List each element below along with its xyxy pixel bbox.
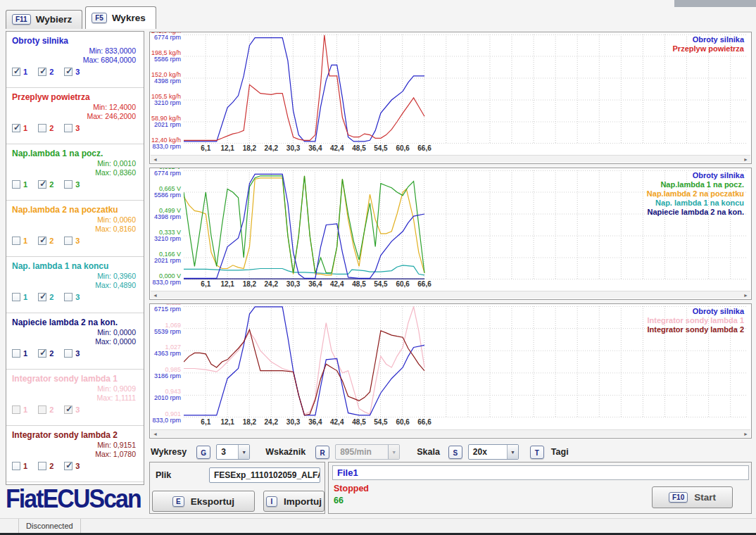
chart-hscrollbar[interactable]: ◄► xyxy=(151,291,750,298)
signal-name: Obroty silnika xyxy=(12,36,138,46)
chart-checkbox-1[interactable]: 1 xyxy=(12,68,27,76)
signal-minmax: Min: 0,0060Max: 0,8160 xyxy=(12,215,138,234)
scroll-left-icon[interactable]: ◄ xyxy=(153,156,158,163)
graphs-count-select[interactable]: 3 ▼ xyxy=(216,444,250,460)
scroll-right-icon[interactable]: ► xyxy=(743,156,748,163)
tagi-label: Tagi xyxy=(551,447,569,457)
x-axis-label: 42,4 xyxy=(325,144,349,152)
chart-hscrollbar[interactable]: ◄► xyxy=(151,429,750,437)
export-button[interactable]: E Eksportuj xyxy=(152,491,255,512)
chart-hscrollbar[interactable]: ◄► xyxy=(151,155,750,163)
scroll-right-icon[interactable]: ► xyxy=(743,291,748,299)
checkbox-icon[interactable] xyxy=(64,180,73,189)
x-axis-label: 24,2 xyxy=(259,280,283,288)
checkbox-icon[interactable] xyxy=(12,124,20,132)
signal-chart-checkboxes: 123 xyxy=(12,237,138,245)
signal-name: Nap.lambda 2 na poczatku xyxy=(12,205,138,215)
signal-minmax: Min: 0,3960Max: 0,4890 xyxy=(12,272,138,290)
checkbox-icon[interactable] xyxy=(12,180,20,189)
chart-checkbox-2[interactable]: 2 xyxy=(38,68,53,76)
chart-checkbox-1[interactable]: 1 xyxy=(12,405,27,414)
checkbox-icon[interactable] xyxy=(12,405,20,414)
s-key-icon: S xyxy=(448,446,462,459)
x-axis-label: 30,3 xyxy=(282,144,305,152)
scroll-left-icon[interactable]: ◄ xyxy=(153,291,158,299)
chart-checkbox-3[interactable]: 3 xyxy=(64,349,80,358)
checkbox-icon[interactable] xyxy=(12,349,20,358)
signal-chart-checkboxes: 123 xyxy=(12,462,138,470)
checkbox-icon[interactable] xyxy=(38,349,46,358)
import-button[interactable]: I Importuj xyxy=(263,491,325,512)
t-key-icon: T xyxy=(530,446,544,459)
file-select[interactable]: FESExp_1110102059_ALFA ▼ xyxy=(209,467,320,483)
checkbox-icon[interactable] xyxy=(38,293,46,301)
chart-plot[interactable] xyxy=(184,34,747,144)
checkbox-icon[interactable] xyxy=(12,237,20,245)
chart-checkbox-2[interactable]: 2 xyxy=(38,293,53,301)
chart-checkbox-1[interactable]: 1 xyxy=(12,349,27,358)
checkbox-icon[interactable] xyxy=(38,462,46,470)
checkbox-icon[interactable] xyxy=(38,237,46,245)
checkbox-icon[interactable] xyxy=(12,462,20,470)
chart-checkbox-1[interactable]: 1 xyxy=(12,180,27,189)
statusbar-spacer xyxy=(0,519,19,533)
chart-checkbox-3[interactable]: 3 xyxy=(64,237,80,245)
y-axis-label: 58,90 kg/h2021 rpm xyxy=(150,115,181,128)
chart-checkbox-2[interactable]: 2 xyxy=(38,124,53,132)
series-line xyxy=(184,176,424,273)
tab-wykres[interactable]: F5 Wykres xyxy=(85,6,156,29)
checkbox-icon[interactable] xyxy=(38,180,46,189)
checkbox-icon[interactable] xyxy=(64,462,73,470)
chart-checkbox-2[interactable]: 2 xyxy=(38,462,53,470)
chart-checkbox-3[interactable]: 3 xyxy=(64,180,80,189)
checkbox-icon[interactable] xyxy=(64,293,73,301)
chart-checkbox-3[interactable]: 3 xyxy=(64,68,80,76)
chart-checkbox-2[interactable]: 2 xyxy=(38,180,53,189)
wskaznik-label: Wskaźnik xyxy=(265,447,305,457)
y-axis-label: 105,5 kg/h3210 rpm xyxy=(150,94,181,106)
checkbox-icon[interactable] xyxy=(64,405,73,414)
chart-checkbox-1[interactable]: 1 xyxy=(12,124,27,132)
chart-checkbox-1[interactable]: 1 xyxy=(12,237,27,245)
chart-checkbox-1[interactable]: 1 xyxy=(12,293,27,301)
checkbox-icon[interactable] xyxy=(64,68,73,76)
checkbox-icon[interactable] xyxy=(12,293,20,301)
signal-chart-checkboxes: 123 xyxy=(12,124,138,132)
signal-chart-checkboxes: 123 xyxy=(12,68,138,76)
checkbox-icon[interactable] xyxy=(64,124,73,132)
checkbox-icon[interactable] xyxy=(64,237,73,245)
chart-checkbox-3[interactable]: 3 xyxy=(64,293,80,301)
chart-checkbox-3[interactable]: 3 xyxy=(64,462,80,470)
chart-checkbox-2[interactable]: 2 xyxy=(38,237,53,245)
signal-chart-checkboxes: 123 xyxy=(12,405,138,414)
chart-checkbox-3[interactable]: 3 xyxy=(64,124,80,132)
start-button[interactable]: F10 Start xyxy=(652,486,733,508)
checkbox-label: 3 xyxy=(75,293,80,301)
chart-checkbox-1[interactable]: 1 xyxy=(12,462,27,470)
legend-item: Przeplyw powietrza xyxy=(673,44,744,54)
signal-card: Nap. lambda 1 na koncuMin: 0,3960Max: 0,… xyxy=(6,257,144,313)
checkbox-icon[interactable] xyxy=(38,405,46,414)
signal-card: Nap.lambda 1 na pocz.Min: 0,0010Max: 0,8… xyxy=(6,144,144,201)
checkbox-icon[interactable] xyxy=(38,124,46,132)
file-name-input[interactable]: File1 xyxy=(332,465,749,480)
tab-wybierz[interactable]: F11 Wybierz xyxy=(6,10,82,29)
checkbox-label: 2 xyxy=(49,68,53,76)
scale-select[interactable]: 20x ▼ xyxy=(468,444,519,460)
f11-key-icon: F11 xyxy=(12,14,31,25)
chart-checkbox-2[interactable]: 2 xyxy=(38,349,53,358)
x-axis-label: 30,3 xyxy=(282,280,305,288)
chart-checkbox-3[interactable]: 3 xyxy=(64,405,80,414)
x-axis-label: 48,5 xyxy=(347,280,371,288)
scroll-right-icon[interactable]: ► xyxy=(743,430,748,438)
run-status-panel: File1 Stopped 66 F10 Start xyxy=(328,462,752,514)
scroll-left-icon[interactable]: ◄ xyxy=(153,430,158,438)
chart-checkbox-2[interactable]: 2 xyxy=(38,405,53,414)
checkbox-icon[interactable] xyxy=(38,68,46,76)
legend-item: Napiecie lambda 2 na kon. xyxy=(647,208,744,217)
signal-card: Przeplyw powietrzaMin: 12,4000Max: 246,2… xyxy=(6,88,144,144)
checkbox-icon[interactable] xyxy=(12,68,20,76)
legend-item: Integrator sondy lambda 1 xyxy=(647,316,744,325)
series-line xyxy=(184,38,424,141)
checkbox-icon[interactable] xyxy=(64,349,73,358)
